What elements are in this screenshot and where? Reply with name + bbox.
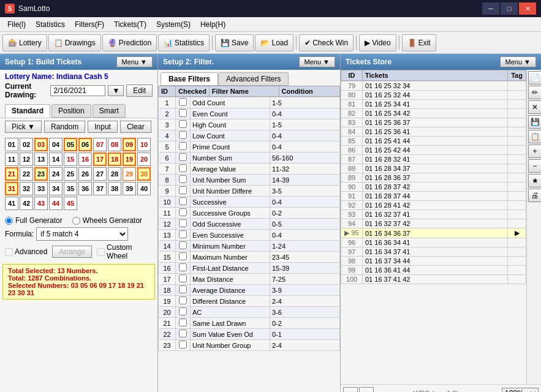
- filter-checkbox-19[interactable]: [179, 296, 187, 304]
- filter-checkbox-cell[interactable]: [176, 263, 191, 274]
- filter-checkbox-15[interactable]: [179, 252, 187, 260]
- number-cell-28[interactable]: 28: [108, 167, 121, 181]
- filter-checkbox-cell[interactable]: [176, 241, 191, 252]
- number-cell-34[interactable]: 34: [49, 182, 62, 195]
- ticket-row[interactable]: 84 01 16 25 36 41: [341, 127, 526, 137]
- ticket-row[interactable]: 97 01 16 34 37 41: [341, 247, 526, 257]
- ticket-row[interactable]: 88 01 16 28 34 37: [341, 164, 526, 173]
- star-icon-btn[interactable]: ★: [528, 174, 541, 187]
- filter-checkbox-cell[interactable]: [176, 307, 191, 318]
- minimize-button[interactable]: ─: [482, 2, 499, 15]
- filter-checkbox-cell[interactable]: [176, 119, 191, 130]
- menu-system[interactable]: System(S): [151, 19, 195, 30]
- plus-icon-btn[interactable]: +: [528, 145, 541, 158]
- filter-checkbox-cell[interactable]: [176, 108, 191, 119]
- filter-checkbox-cell[interactable]: [176, 130, 191, 141]
- copy-icon-btn[interactable]: 📋: [528, 130, 541, 143]
- toolbar-load[interactable]: 📂 Load: [255, 34, 293, 51]
- filter-checkbox-cell[interactable]: [176, 197, 191, 208]
- toolbar-drawings[interactable]: 📋 Drawings: [48, 34, 101, 51]
- left-panel-menu-button[interactable]: Menu ▼: [116, 56, 153, 67]
- number-cell-42[interactable]: 42: [20, 197, 33, 210]
- ticket-row[interactable]: 81 01 16 25 34 41: [341, 100, 526, 109]
- pick-button[interactable]: Pick ▼: [5, 121, 42, 133]
- filter-checkbox-17[interactable]: [179, 274, 187, 282]
- number-cell-30[interactable]: 30: [137, 167, 151, 181]
- filter-checkbox-14[interactable]: [179, 241, 187, 249]
- ticket-row[interactable]: 92 01 16 28 41 42: [341, 201, 526, 210]
- number-cell-33[interactable]: 33: [34, 182, 48, 195]
- ticket-row[interactable]: 100 01 16 37 41 42: [341, 275, 526, 284]
- toolbar-video[interactable]: ▶ Video: [359, 34, 396, 51]
- filter-checkbox-cell[interactable]: [176, 274, 191, 285]
- number-cell-14[interactable]: 14: [49, 153, 62, 166]
- filter-checkbox-cell[interactable]: [176, 329, 191, 340]
- custom-wheel-checkbox[interactable]: [97, 248, 105, 256]
- filter-checkbox-3[interactable]: [179, 120, 187, 128]
- number-cell-20[interactable]: 20: [137, 153, 151, 166]
- number-cell-26[interactable]: 26: [78, 167, 92, 181]
- filter-checkbox-16[interactable]: [179, 263, 187, 271]
- number-cell-29[interactable]: 29: [123, 167, 136, 181]
- number-cell-1[interactable]: 01: [5, 138, 18, 151]
- filter-checkbox-4[interactable]: [179, 131, 187, 139]
- filter-checkbox-cell[interactable]: [176, 186, 191, 197]
- filter-checkbox-13[interactable]: [179, 230, 187, 238]
- filter-checkbox-20[interactable]: [179, 307, 187, 315]
- number-cell-31[interactable]: 31: [5, 182, 18, 195]
- ticket-row[interactable]: 91 01 16 28 37 44: [341, 192, 526, 201]
- filter-checkbox-18[interactable]: [179, 285, 187, 293]
- number-cell-4[interactable]: 04: [49, 138, 62, 151]
- print-icon-btn[interactable]: 🖨: [528, 189, 541, 202]
- number-cell-43[interactable]: 43: [34, 197, 48, 210]
- number-cell-13[interactable]: 13: [34, 153, 48, 166]
- filter-checkbox-cell[interactable]: [176, 153, 191, 164]
- random-button[interactable]: Random: [44, 121, 85, 133]
- number-cell-27[interactable]: 27: [93, 167, 107, 181]
- filter-checkbox-cell[interactable]: [176, 296, 191, 307]
- toolbar-statistics[interactable]: 📊 Statistics: [158, 34, 210, 51]
- ticket-row[interactable]: 96 01 16 36 34 41: [341, 238, 526, 247]
- number-cell-8[interactable]: 08: [108, 138, 121, 151]
- toolbar-checkwin[interactable]: ✔ Check Win: [299, 34, 354, 51]
- formula-select[interactable]: if 5 match 4: [36, 227, 128, 241]
- number-cell-40[interactable]: 40: [137, 182, 151, 195]
- ticket-row[interactable]: 99 01 16 36 41 44: [341, 266, 526, 275]
- middle-panel-menu-button[interactable]: Menu ▼: [299, 56, 335, 67]
- tab-base-filters[interactable]: Base Filters: [161, 72, 218, 86]
- custom-wheel-check-label[interactable]: Custom Wheel: [97, 243, 153, 260]
- number-cell-37[interactable]: 37: [93, 182, 107, 195]
- toolbar-lottery[interactable]: 🎰 Lottery: [2, 34, 47, 51]
- number-cell-11[interactable]: 11: [5, 153, 18, 166]
- ticket-row[interactable]: 89 01 16 28 36 37: [341, 173, 526, 183]
- filter-checkbox-21[interactable]: [179, 318, 187, 326]
- filter-checkbox-cell[interactable]: [176, 141, 191, 153]
- delete-icon-btn[interactable]: ✕: [528, 100, 541, 114]
- ticket-row[interactable]: 80 01 16 25 32 44: [341, 91, 526, 100]
- filter-checkbox-12[interactable]: [179, 219, 187, 227]
- ticket-row[interactable]: 85 01 16 25 41 44: [341, 137, 526, 146]
- number-cell-25[interactable]: 25: [64, 167, 77, 181]
- ticket-row[interactable]: 82 01 16 25 34 42: [341, 109, 526, 118]
- filter-checkbox-6[interactable]: [179, 153, 187, 161]
- number-cell-2[interactable]: 02: [20, 138, 33, 151]
- filter-checkbox-2[interactable]: [179, 109, 187, 117]
- filter-checkbox-5[interactable]: [179, 142, 187, 150]
- number-cell-39[interactable]: 39: [123, 182, 136, 195]
- number-cell-22[interactable]: 22: [20, 167, 33, 181]
- right-panel-menu-button[interactable]: Menu ▼: [500, 56, 536, 67]
- number-cell-23[interactable]: 23: [34, 167, 48, 181]
- ticket-row[interactable]: 83 01 16 25 36 37: [341, 118, 526, 127]
- edit-button[interactable]: Edit: [126, 85, 153, 97]
- number-cell-3[interactable]: 03: [34, 138, 48, 151]
- save-icon-btn[interactable]: 💾: [528, 115, 541, 129]
- tickets-scroll[interactable]: 79 01 16 25 32 34 80 01 16 25 32 44 81 0…: [341, 81, 526, 344]
- add-icon-btn[interactable]: 📄: [528, 71, 541, 85]
- filter-checkbox-11[interactable]: [179, 208, 187, 216]
- number-cell-5[interactable]: 05: [64, 138, 77, 151]
- number-cell-10[interactable]: 10: [137, 138, 151, 151]
- full-generator-label[interactable]: Full Generator: [5, 216, 62, 225]
- nav-first-button[interactable]: «: [343, 387, 358, 392]
- wheels-generator-label[interactable]: Wheels Generator: [72, 216, 142, 225]
- number-cell-32[interactable]: 32: [20, 182, 33, 195]
